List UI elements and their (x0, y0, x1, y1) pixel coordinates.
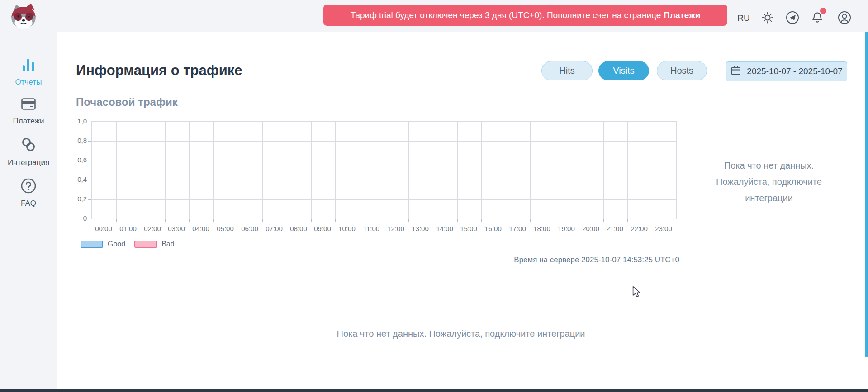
x-tick-label: 22:00 (627, 225, 651, 232)
no-data-message-bottom: Пока что нет данных. Пожалуйста, подключ… (57, 329, 865, 339)
x-axis-tick (262, 219, 263, 222)
v-gridline (457, 122, 458, 219)
x-tick-label: 10:00 (335, 225, 359, 232)
v-gridline (116, 122, 117, 219)
theme-toggle-button[interactable] (760, 11, 775, 26)
legend-item: Good (81, 240, 125, 248)
y-tick-label: 0 (60, 214, 87, 222)
question-circle-icon (20, 188, 37, 196)
x-axis-tick (579, 219, 579, 222)
y-axis-tick (88, 199, 91, 200)
legend-swatch (81, 241, 103, 248)
x-axis-tick (360, 219, 360, 222)
date-range-value: 2025-10-07 - 2025-10-07 (747, 66, 842, 76)
v-gridline (311, 122, 312, 219)
v-gridline (627, 122, 628, 219)
x-axis-tick (213, 219, 214, 222)
v-gridline (530, 122, 531, 219)
v-gridline (433, 122, 433, 219)
x-tick-label: 21:00 (602, 225, 627, 232)
v-gridline (603, 122, 604, 219)
account-button[interactable] (837, 11, 852, 26)
y-axis-tick (88, 219, 91, 219)
x-axis-tick (287, 219, 287, 222)
x-axis-tick (481, 219, 482, 222)
date-range-picker[interactable]: 2025-10-07 - 2025-10-07 (726, 61, 847, 81)
sun-icon (760, 10, 775, 27)
y-axis-tick (88, 122, 91, 122)
x-axis-tick (457, 219, 458, 222)
x-axis-tick (116, 219, 117, 222)
v-gridline (506, 122, 506, 219)
x-tick-label: 19:00 (554, 225, 579, 232)
bottom-bar (0, 389, 868, 392)
v-gridline (262, 122, 263, 219)
sidebar-item-label: Платежи (0, 117, 57, 126)
v-gridline (189, 122, 190, 219)
chart-plot (91, 121, 677, 219)
x-axis-tick (141, 219, 141, 222)
y-tick-label: 0,8 (60, 137, 87, 144)
notifications-button[interactable] (810, 11, 825, 26)
v-gridline (238, 122, 238, 219)
telegram-icon (785, 10, 800, 27)
telegram-button[interactable] (785, 11, 800, 26)
x-tick-label: 12:00 (384, 225, 408, 232)
v-gridline (335, 122, 336, 219)
x-axis-tick (555, 219, 555, 222)
x-axis-tick (335, 219, 336, 222)
y-tick-label: 0,2 (60, 195, 87, 203)
x-axis-tick (165, 219, 166, 222)
x-axis-tick (238, 219, 238, 222)
x-tick-label: 20:00 (579, 225, 603, 232)
x-axis-tick (408, 219, 409, 222)
x-axis-tick (506, 219, 506, 222)
x-tick-label: 05:00 (213, 225, 237, 232)
y-tick-label: 0,6 (60, 156, 87, 164)
y-axis-tick (88, 141, 91, 142)
y-axis-tick (88, 161, 91, 161)
x-tick-label: 01:00 (116, 225, 140, 232)
x-tick-label: 06:00 (237, 225, 262, 232)
tab-visits[interactable]: Visits (598, 61, 649, 80)
no-data-message-side: Пока что нет данных. Пожалуйста, подключ… (706, 157, 832, 206)
page-title: Информация о трафике (76, 62, 242, 79)
x-tick-label: 11:00 (359, 225, 384, 232)
sidebar-item-integration[interactable]: Интеграция (0, 136, 57, 167)
banner-payments-link[interactable]: Платежи (664, 10, 700, 20)
trial-warning-banner: Тариф trial будет отключен через 3 дня (… (323, 5, 727, 26)
v-gridline (579, 122, 579, 219)
sidebar-item-reports[interactable]: Отчеты (0, 57, 57, 87)
server-time: Время на сервере 2025-10-07 14:53:25 UTC… (453, 255, 679, 264)
tab-hits[interactable]: Hits (541, 61, 593, 80)
x-tick-label: 23:00 (651, 225, 676, 232)
raccoon-logo (8, 2, 39, 29)
x-axis-tick (627, 219, 628, 222)
top-bar: Тариф trial будет отключен через 3 дня (… (0, 0, 868, 32)
sidebar: Отчеты Платежи Интеграция (0, 32, 57, 389)
x-tick-label: 04:00 (189, 225, 213, 232)
y-axis-tick (88, 180, 91, 180)
x-axis-tick (433, 219, 433, 222)
vertical-scrollbar-thumb[interactable] (865, 32, 868, 357)
y-tick-label: 1,0 (60, 117, 87, 125)
sidebar-item-faq[interactable]: FAQ (0, 177, 57, 208)
chart-legend: GoodBad (81, 240, 175, 248)
account-icon (837, 10, 852, 27)
tab-hosts[interactable]: Hosts (657, 61, 707, 80)
x-tick-label: 13:00 (408, 225, 432, 232)
language-selector[interactable]: RU (736, 12, 751, 24)
x-axis-tick (652, 219, 652, 222)
sidebar-item-label: Отчеты (0, 78, 57, 87)
x-axis-tick (189, 219, 190, 222)
v-gridline (408, 122, 409, 219)
sidebar-item-label: Интеграция (0, 158, 57, 167)
v-gridline (481, 122, 482, 219)
v-gridline (213, 122, 214, 219)
legend-label: Good (108, 240, 125, 248)
x-axis-tick (384, 219, 384, 222)
x-tick-label: 17:00 (505, 225, 530, 232)
x-tick-label: 00:00 (91, 225, 116, 232)
sidebar-item-payments[interactable]: Платежи (0, 97, 57, 126)
v-gridline (165, 122, 166, 219)
